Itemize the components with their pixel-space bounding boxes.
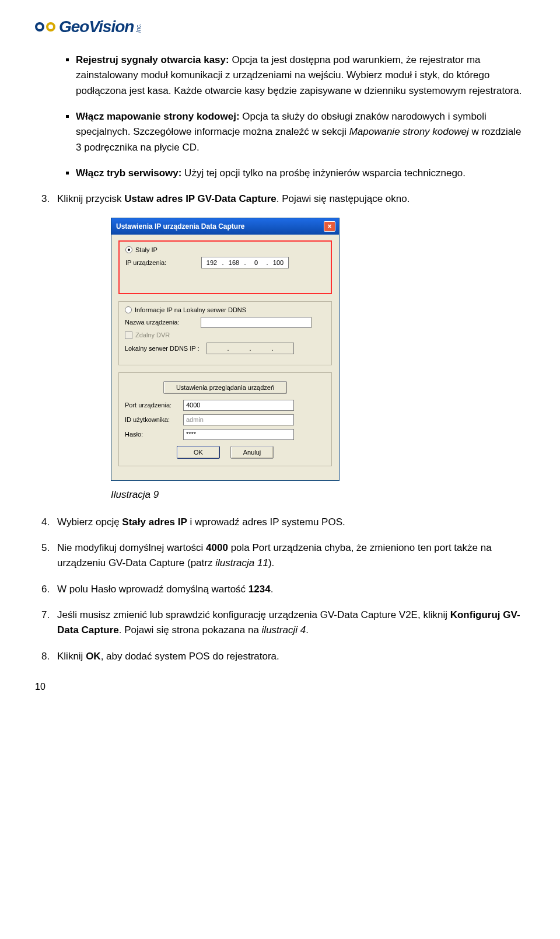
bullet-list: Rejestruj sygnały otwarcia kasy: Opcja t… bbox=[35, 53, 525, 181]
step-4: Wybierz opcję Stały adres IP i wprowadź … bbox=[52, 515, 525, 530]
user-input[interactable]: admin bbox=[183, 414, 294, 425]
dialog-window: Ustawienia IP urządzenia Data Capture × … bbox=[111, 218, 340, 481]
static-ip-label: Stały IP bbox=[135, 246, 158, 253]
document-page: GeoVision Inc. Rejestruj sygnały otwarci… bbox=[0, 0, 560, 715]
step-bold: Ustaw adres IP GV-Data Capture bbox=[124, 193, 276, 204]
checkbox-remote-dvr[interactable] bbox=[125, 331, 132, 339]
dialog-title: Ustawienia IP urządzenia Data Capture bbox=[116, 222, 245, 231]
step-5: Nie modyfikuj domyślnej wartości 4000 po… bbox=[52, 540, 525, 571]
local-ddns-ip-input[interactable]: . . . bbox=[206, 343, 294, 354]
port-label: Port urządzenia: bbox=[125, 402, 183, 409]
numbered-list-bottom: Wybierz opcję Stały adres IP i wprowadź … bbox=[35, 515, 525, 664]
step-6: W polu Hasło wprowadź domyślną wartość 1… bbox=[52, 582, 525, 597]
pass-label: Hasło: bbox=[125, 431, 183, 438]
bullet-italic: Mapowanie strony kodowej bbox=[349, 126, 469, 137]
logo-inc: Inc. bbox=[135, 23, 142, 33]
device-ip-label: IP urządzenia: bbox=[125, 259, 201, 266]
device-name-input[interactable] bbox=[201, 317, 312, 328]
user-row: ID użytkownika: admin bbox=[125, 414, 326, 425]
bullet-lead: Włącz tryb serwisowy: bbox=[76, 167, 181, 179]
bullet-text: Użyj tej opcji tylko na prośbę inżynieró… bbox=[181, 167, 466, 179]
port-input[interactable]: 4000 bbox=[183, 400, 294, 411]
bullet-lead: Włącz mapowanie strony kodowej: bbox=[76, 111, 240, 122]
device-name-label: Nazwa urządzenia: bbox=[125, 319, 201, 326]
bullet-lead: Rejestruj sygnały otwarcia kasy: bbox=[76, 54, 229, 65]
cancel-button[interactable]: Anuluj bbox=[230, 446, 274, 459]
dialog-body: Stały IP IP urządzenia: 192 . 168 . 0 . … bbox=[111, 235, 339, 480]
logo-icon bbox=[35, 22, 55, 32]
remote-dvr-label: Zdalny DVR bbox=[135, 331, 170, 338]
step-7: Jeśli musisz zmienić lub sprawdzić konfi… bbox=[52, 608, 525, 638]
local-ddns-ip-label: Lokalny serwer DDNS IP : bbox=[125, 345, 206, 352]
numbered-list-top: Kliknij przycisk Ustaw adres IP GV-Data … bbox=[35, 191, 525, 207]
step-text: . Pojawi się następujące okno. bbox=[276, 193, 410, 204]
device-settings-group: Ustawienia przeglądania urządzeń Port ur… bbox=[118, 372, 332, 466]
radio-ddns[interactable] bbox=[125, 306, 132, 313]
port-row: Port urządzenia: 4000 bbox=[125, 400, 326, 411]
device-ip-input[interactable]: 192 . 168 . 0 . 100 bbox=[201, 257, 289, 268]
ddns-radio-row: Informacje IP na Lokalny serwer DDNS bbox=[125, 306, 326, 313]
static-ip-group: Stały IP IP urządzenia: 192 . 168 . 0 . … bbox=[118, 240, 332, 294]
page-number: 10 bbox=[35, 682, 525, 692]
local-ddns-ip-row: Lokalny serwer DDNS IP : . . . bbox=[125, 343, 326, 354]
figure-caption: Ilustracja 9 bbox=[111, 489, 525, 501]
dialog-button-row: OK Anuluj bbox=[125, 446, 326, 459]
browse-devices-button[interactable]: Ustawienia przeglądania urządzeń bbox=[163, 381, 287, 394]
user-label: ID użytkownika: bbox=[125, 416, 183, 423]
radio-static-ip[interactable] bbox=[125, 246, 132, 253]
step-8: Kliknij OK, aby dodać system POS do reje… bbox=[52, 649, 525, 664]
remote-dvr-row: Zdalny DVR bbox=[125, 331, 326, 339]
logo-text: GeoVision bbox=[59, 18, 134, 36]
bullet-item: Rejestruj sygnały otwarcia kasy: Opcja t… bbox=[76, 53, 525, 99]
step-text: Kliknij przycisk bbox=[57, 193, 124, 204]
static-ip-radio-row: Stały IP bbox=[125, 246, 325, 253]
pass-row: Hasło: **** bbox=[125, 429, 326, 440]
close-icon[interactable]: × bbox=[324, 221, 335, 232]
ddns-section-label: Informacje IP na Lokalny serwer DDNS bbox=[135, 306, 246, 313]
bullet-item: Włącz tryb serwisowy: Użyj tej opcji tyl… bbox=[76, 166, 525, 181]
device-name-row: Nazwa urządzenia: bbox=[125, 317, 326, 328]
ok-button[interactable]: OK bbox=[177, 446, 220, 459]
pass-input[interactable]: **** bbox=[183, 429, 294, 440]
ddns-group: Informacje IP na Lokalny serwer DDNS Naz… bbox=[118, 301, 332, 365]
step-3: Kliknij przycisk Ustaw adres IP GV-Data … bbox=[52, 191, 525, 207]
device-ip-row: IP urządzenia: 192 . 168 . 0 . 100 bbox=[125, 257, 325, 268]
dialog-titlebar: Ustawienia IP urządzenia Data Capture × bbox=[111, 218, 339, 235]
logo: GeoVision Inc. bbox=[35, 18, 525, 36]
bullet-item: Włącz mapowanie strony kodowej: Opcja ta… bbox=[76, 109, 525, 155]
